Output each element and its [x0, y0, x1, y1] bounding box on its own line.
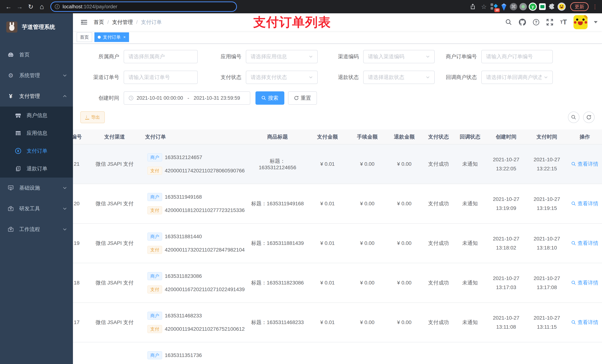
- cell-pay-order: 商户 1635311881440 支付 42000011732021102728…: [141, 223, 249, 263]
- avatar-caret-icon[interactable]: [594, 21, 598, 23]
- cell-pay-status: 支付成功: [423, 302, 454, 342]
- extension-shortcut-icon[interactable]: ⌘: [509, 3, 517, 11]
- site-info-icon[interactable]: i: [55, 4, 60, 9]
- sidebar-item-app-info[interactable]: 应用信息: [0, 124, 73, 142]
- sidebar-item-system[interactable]: ⚙ 系统管理: [0, 65, 73, 86]
- sidebar-item-pay-order[interactable]: ¥ 支付订单: [0, 142, 73, 160]
- font-size-icon[interactable]: TT: [560, 19, 567, 26]
- view-detail-link[interactable]: 查看详情: [571, 200, 598, 207]
- extension-chat-icon[interactable]: [538, 3, 547, 11]
- fullscreen-icon[interactable]: [546, 19, 553, 26]
- grid-icon: [15, 130, 22, 136]
- extension-dot-icon[interactable]: [519, 3, 527, 11]
- view-detail-link[interactable]: 查看详情: [571, 319, 598, 326]
- field-label-channel-code: 渠道编码: [318, 53, 363, 60]
- breadcrumb-home[interactable]: 首页: [94, 19, 104, 26]
- cell-notify-status: 未通知: [454, 223, 486, 263]
- page-content: 所属商户 请选择所属商户 应用编号 请选择应用信息 渠道编码 请输入渠道编码 商…: [73, 44, 602, 364]
- extensions-puzzle-icon[interactable]: [548, 3, 556, 11]
- sidebar-item-merchant-info[interactable]: 商户信息: [0, 106, 73, 124]
- app-select[interactable]: 请选择应用信息: [246, 50, 318, 63]
- date-range-picker[interactable]: 2021-10-01 00:00:00 - 2021-10-31 23:59:5…: [124, 91, 250, 105]
- pay-status-select[interactable]: 请选择支付状态: [246, 71, 318, 84]
- cell-pay-time: 2021-10-2713:17:08: [527, 263, 567, 302]
- field-label-pay-status: 支付状态: [198, 74, 246, 81]
- cell-channel: 微信 JSAPI 支付: [88, 223, 141, 263]
- orders-table: 编号 支付渠道 支付订单 商品标题 支付金额 手续金额 退款金额 支付状态 回调…: [73, 129, 602, 364]
- channel-transaction-no: 4200001173202110272847982104: [165, 247, 245, 253]
- view-detail-link[interactable]: 查看详情: [571, 240, 598, 247]
- search-icon[interactable]: [505, 19, 512, 26]
- share-icon[interactable]: [468, 2, 478, 11]
- reload-icon[interactable]: ↻: [26, 2, 35, 11]
- col-notify-status: 回调状态: [454, 129, 486, 144]
- sidebar-item-infra[interactable]: 基础设施: [0, 177, 73, 198]
- table-header-row: 编号 支付渠道 支付订单 商品标题 支付金额 手续金额 退款金额 支付状态 回调…: [73, 129, 602, 144]
- bookmark-star-icon[interactable]: ☆: [479, 2, 489, 11]
- channel-transaction-no: 4200001174202110278060590766: [165, 168, 245, 174]
- refund-status-select[interactable]: 请选择退款状态: [363, 71, 435, 84]
- pay-submenu: 商户信息 应用信息 ¥ 支付订单 退款订单: [0, 106, 73, 177]
- tab-pay-order[interactable]: 支付订单 ×: [94, 32, 129, 42]
- github-icon[interactable]: [519, 19, 526, 26]
- toggle-search-button[interactable]: [568, 112, 580, 123]
- col-id: 编号: [73, 129, 88, 144]
- extension-gem-icon[interactable]: [500, 3, 508, 11]
- sidebar-item-pay[interactable]: ¥ 支付管理: [0, 86, 73, 106]
- cell-pay-order: 商户 1635311823086 支付 42000011672021102710…: [141, 263, 249, 302]
- address-bar[interactable]: i localhost:1024/pay/order: [50, 1, 237, 12]
- table-toolbar: 导出: [73, 111, 602, 123]
- sidebar-logo[interactable]: 芋道管理系统: [0, 18, 73, 36]
- back-icon[interactable]: ←: [4, 2, 13, 11]
- field-label-channel-order-no: 渠道订单号: [80, 74, 124, 81]
- help-icon[interactable]: ?: [532, 19, 540, 26]
- view-detail-link[interactable]: 查看详情: [571, 279, 598, 286]
- cell-pay-status: [423, 342, 454, 364]
- merchant-order-no-input[interactable]: 请输入商户订单编号: [481, 50, 553, 63]
- channel-order-no-input[interactable]: 请输入渠道订单号: [124, 71, 198, 84]
- cell-fee: [349, 342, 386, 364]
- export-button[interactable]: 导出: [80, 111, 105, 123]
- sidebar-item-refund-order[interactable]: 退款订单: [0, 160, 73, 177]
- browser-menu-icon[interactable]: ⋮: [592, 3, 598, 10]
- home-icon[interactable]: ⌂: [37, 2, 47, 11]
- merchant-input[interactable]: 请选择所属商户: [124, 50, 198, 63]
- view-detail-link[interactable]: 查看详情: [571, 161, 598, 167]
- cell-notify-status: 未通知: [454, 144, 486, 184]
- notify-status-select[interactable]: 请选择订单回调商户状态: [481, 71, 553, 84]
- channel-code-select[interactable]: 请输入渠道编码: [363, 50, 435, 63]
- cell-pay-time: 2021-10-2713:19:15: [527, 184, 567, 223]
- sidebar-item-dev-tools[interactable]: 研发工具: [0, 198, 73, 219]
- breadcrumb-pay-manage[interactable]: 支付管理: [112, 19, 133, 26]
- table-row: 18 微信 JSAPI 支付 商户 1635311823086 支付 42000…: [73, 263, 602, 302]
- reset-button[interactable]: 重置: [288, 91, 317, 105]
- extension-y-icon[interactable]: y: [529, 3, 537, 11]
- breadcrumb-current: 支付订单: [141, 19, 162, 26]
- close-tab-icon[interactable]: ×: [123, 35, 126, 40]
- sidebar-item-workflow[interactable]: 工作流程: [0, 219, 73, 240]
- sidebar-item-home[interactable]: 首页: [0, 44, 73, 65]
- merchant-tag: 商户: [147, 232, 162, 241]
- merchant-order-no: 1635311949168: [165, 194, 202, 200]
- merchant-order-no: 1635312124657: [165, 155, 202, 160]
- cell-fee: ¥ 0.00: [349, 144, 386, 184]
- avatar[interactable]: [573, 15, 588, 29]
- cell-actions: 查看详情: [567, 302, 602, 342]
- chevron-down-icon: [426, 54, 430, 59]
- browser-update-button[interactable]: 更新: [570, 2, 589, 11]
- cell-title: 标题：1635311468233: [249, 302, 306, 342]
- search-button[interactable]: 搜索: [256, 91, 284, 105]
- date-end: 2021-10-31 23:59:59: [194, 95, 240, 101]
- cell-amount: ¥ 0.01: [306, 263, 349, 302]
- cell-channel: [88, 342, 141, 364]
- document-icon: [15, 166, 22, 171]
- refresh-button[interactable]: [583, 112, 595, 123]
- forward-icon[interactable]: →: [15, 2, 24, 11]
- cell-actions: 查看详情: [567, 144, 602, 184]
- field-label-notify-status: 回调商户状态: [435, 74, 481, 81]
- collapse-sidebar-icon[interactable]: [77, 16, 91, 29]
- cell-refund: ¥ 0.00: [386, 223, 423, 263]
- tab-home[interactable]: 首页: [77, 32, 92, 42]
- extension-tag-manager-icon[interactable]: 10: [490, 3, 498, 11]
- extension-emoji-icon[interactable]: [558, 3, 566, 11]
